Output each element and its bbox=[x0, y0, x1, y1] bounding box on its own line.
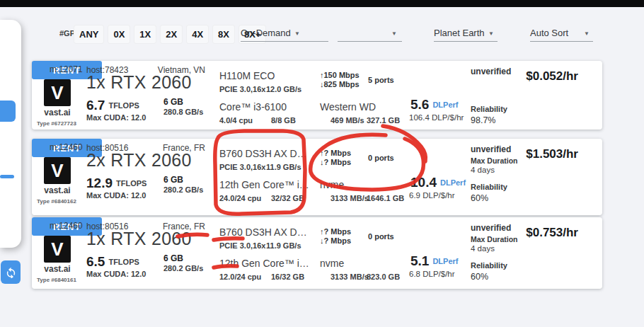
ports-count: 5 ports bbox=[368, 76, 394, 84]
disk-speed: 3133 MB/s bbox=[330, 272, 369, 281]
motherboard-name: B760 DS3H AX D… bbox=[219, 226, 307, 238]
dlperf-label: DLPerf bbox=[432, 257, 458, 265]
dlperf-number: 5.6 bbox=[410, 97, 429, 112]
vram-bandwidth: 280.2 GB/s bbox=[163, 264, 203, 272]
dlperf-label: DLPerf bbox=[440, 178, 466, 187]
region-select[interactable]: Planet Earth ▼ bbox=[434, 27, 498, 42]
pcie-version: PCIE 3.0,16x bbox=[219, 241, 265, 250]
max-duration-value: 4 days bbox=[471, 166, 495, 174]
price-per-hour: $0.753/hr bbox=[485, 226, 578, 240]
ram-allocation: 8/8 GB bbox=[271, 116, 296, 125]
sort-select[interactable]: Auto Sort ▼ bbox=[530, 27, 593, 42]
left-filter-panel-cutoff bbox=[0, 20, 21, 248]
tflops-number: 6.5 bbox=[86, 254, 105, 269]
dlperf-label: DLPerf bbox=[432, 101, 458, 109]
disk-name: nvme bbox=[320, 258, 344, 269]
offer-card[interactable]: m:12460 host:80516 France, FR V vast.ai … bbox=[32, 217, 602, 289]
chip-0x[interactable]: 0X bbox=[108, 25, 130, 44]
rental-type-select[interactable]: On-Demand ▼ bbox=[241, 27, 328, 42]
cpu-allocation: 12.0/24 cpu bbox=[219, 272, 261, 281]
tflops-unit: TFLOPS bbox=[116, 179, 146, 188]
chevron-down-icon: ▼ bbox=[584, 30, 590, 37]
panel-button-fragment[interactable] bbox=[0, 101, 16, 122]
top-black-bar bbox=[0, 0, 644, 7]
reliability-value: 60% bbox=[471, 272, 488, 282]
vram-bandwidth: 280.2 GB/s bbox=[163, 185, 203, 194]
offer-card[interactable]: m:12071 host:78423 Vietnam, VN V vast.ai… bbox=[32, 61, 602, 130]
tflops-value: 6.5TFLOPS bbox=[86, 254, 139, 270]
pcie-bandwidth: 12.0 GB/s bbox=[266, 85, 301, 93]
panel-slider-fragment[interactable] bbox=[0, 175, 14, 178]
max-cuda: Max CUDA: 12.0 bbox=[86, 113, 146, 122]
reliability-label: Reliability bbox=[471, 183, 507, 191]
chip-8x[interactable]: 8X bbox=[212, 25, 235, 44]
cpu-name: 12th Gen Core™ i… bbox=[219, 179, 309, 190]
offers-page: #GPUs: ANY 0X 1X 2X 4X 8X 8X+ On-Demand … bbox=[0, 0, 644, 327]
ports-count: 0 ports bbox=[368, 154, 394, 162]
chevron-down-icon: ▼ bbox=[294, 30, 300, 37]
refresh-button[interactable] bbox=[1, 260, 21, 284]
upload-speed: ↑? Mbps bbox=[320, 149, 351, 157]
cpu-name: 12th Gen Core™ i… bbox=[219, 258, 309, 269]
offer-card[interactable]: m:12460 host:80516 France, FR V vast.ai … bbox=[32, 139, 602, 215]
download-speed: ↓? Mbps bbox=[320, 236, 351, 245]
brand-label: vast.ai bbox=[38, 185, 76, 195]
machine-id: m:12071 bbox=[50, 64, 83, 74]
sort-select-value: Auto Sort bbox=[530, 28, 568, 38]
vast-logo: V bbox=[44, 157, 71, 184]
ram-allocation: 32/32 GB bbox=[271, 194, 304, 202]
chip-4x[interactable]: 4X bbox=[186, 25, 209, 44]
price-per-hour: $1.503/hr bbox=[485, 147, 578, 161]
dlperf-value: 5.6DLPerf bbox=[410, 97, 458, 113]
max-cuda: Max CUDA: 12.0 bbox=[86, 191, 146, 200]
refresh-icon bbox=[5, 266, 17, 278]
dlperf-per-dollar: 6.9 DLP/$/hr bbox=[409, 191, 455, 200]
dlperf-per-dollar: 106.4 DLP/$/hr bbox=[409, 113, 464, 122]
max-duration-value: 4 days bbox=[471, 244, 495, 253]
chip-any[interactable]: ANY bbox=[74, 25, 104, 44]
tflops-unit: TFLOPS bbox=[108, 258, 139, 266]
machine-id: m:12460 bbox=[50, 221, 83, 231]
download-speed: ↓? Mbps bbox=[320, 158, 351, 166]
reliability-value: 60% bbox=[471, 193, 488, 203]
vast-logo: V bbox=[44, 236, 71, 263]
download-speed: ↓825 Mbps bbox=[320, 80, 360, 88]
tflops-number: 12.9 bbox=[86, 176, 113, 190]
gpu-name: 1x RTX 2060 bbox=[86, 72, 192, 93]
chip-2x[interactable]: 2X bbox=[160, 25, 183, 44]
cpu-name: Core™ i3-6100 bbox=[219, 101, 287, 113]
disk-size: 327.1 GB bbox=[367, 116, 400, 125]
motherboard-name: H110M ECO bbox=[219, 70, 275, 81]
tflops-value: 6.7TFLOPS bbox=[86, 98, 139, 113]
vram-size: 6 GB bbox=[163, 175, 183, 185]
tflops-unit: TFLOPS bbox=[108, 101, 139, 110]
gpu-count-chips: ANY 0X 1X 2X 4X 8X 8X+ bbox=[74, 25, 266, 44]
brand-label: vast.ai bbox=[38, 108, 76, 117]
dlperf-value: 5.1DLPerf bbox=[410, 253, 458, 269]
chevron-down-icon: ▼ bbox=[391, 30, 397, 37]
machine-id: m:12460 bbox=[50, 142, 83, 152]
cpu-allocation: 4.0/4 cpu bbox=[219, 116, 253, 125]
vram-size: 6 GB bbox=[163, 253, 183, 263]
dlperf-per-dollar: 6.8 DLP/$/hr bbox=[409, 270, 455, 278]
disk-name: nvme bbox=[320, 179, 344, 190]
reliability-value: 98.7% bbox=[471, 115, 495, 125]
blank-select[interactable]: ▼ bbox=[338, 27, 402, 42]
region-select-value: Planet Earth bbox=[434, 28, 485, 38]
tflops-number: 6.7 bbox=[86, 98, 105, 113]
price-per-hour: $0.052/hr bbox=[485, 69, 578, 84]
pcie-bandwidth: 11.9 GB/s bbox=[266, 241, 301, 250]
disk-speed: 469 MB/s bbox=[330, 116, 364, 125]
max-cuda: Max CUDA: 12.0 bbox=[86, 270, 146, 278]
gpu-name: 2x RTX 2060 bbox=[86, 150, 192, 171]
disk-size: 1646.1 GB bbox=[367, 194, 404, 202]
vram-bandwidth: 280.8 GB/s bbox=[163, 108, 203, 116]
disk-name: Western WD bbox=[320, 101, 376, 113]
type-id: Type #6840162 bbox=[37, 198, 76, 205]
disk-size: 823.0 GB bbox=[367, 272, 400, 281]
upload-speed: ↑? Mbps bbox=[320, 227, 351, 236]
cpu-allocation: 24.0/24 cpu bbox=[219, 194, 261, 202]
ports-count: 0 ports bbox=[368, 232, 394, 241]
dlperf-number: 5.1 bbox=[410, 253, 429, 268]
chip-1x[interactable]: 1X bbox=[134, 25, 156, 44]
